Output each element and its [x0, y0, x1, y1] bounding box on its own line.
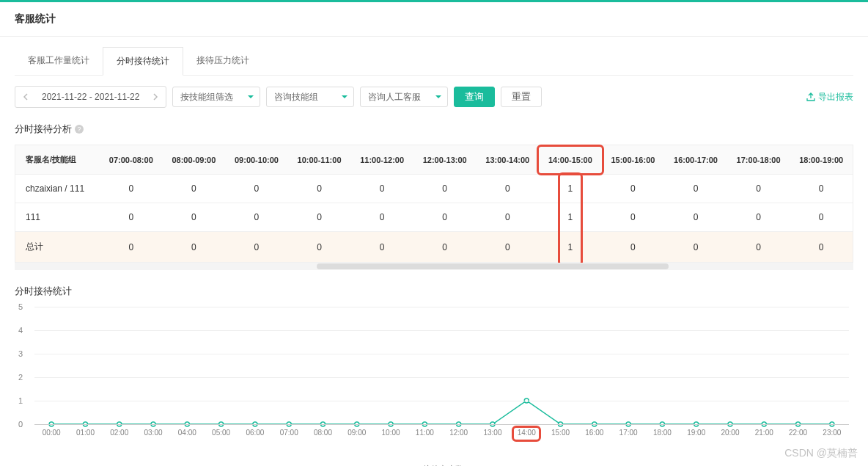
table-row: 111000000010000: [15, 203, 853, 232]
analysis-title: 分时接待分析 ?: [15, 123, 853, 136]
analysis-table: 客服名/技能组07:00-08:0008:00-09:0009:00-10:00…: [15, 145, 853, 263]
export-icon: [806, 92, 815, 101]
table-header: 08:00-09:00: [163, 145, 226, 175]
table-scrollbar[interactable]: [15, 263, 853, 270]
agent-select[interactable]: 咨询人工客服: [360, 87, 448, 107]
table-header: 13:00-14:00: [476, 145, 539, 175]
date-range-text: 2021-11-22 - 2021-11-22: [36, 87, 145, 107]
table-header: 12:00-13:00: [413, 145, 477, 175]
table-header: 14:00-15:00: [539, 145, 602, 175]
table-row: 总计000000010000: [15, 232, 853, 263]
reset-button[interactable]: 重置: [501, 87, 542, 107]
tab-2[interactable]: 接待压力统计: [183, 47, 262, 75]
chart-section: 分时接待统计 01234500:0001:0002:0003:0004:0005…: [15, 285, 853, 466]
table-header: 10:00-11:00: [288, 145, 351, 175]
tab-1[interactable]: 分时接待统计: [103, 47, 183, 76]
date-prev-button[interactable]: [15, 87, 36, 107]
date-next-button[interactable]: [145, 87, 166, 107]
table-header: 客服名/技能组: [15, 145, 100, 175]
info-icon[interactable]: ?: [75, 125, 84, 134]
chevron-left-icon: [23, 93, 29, 101]
page-title: 客服统计: [0, 2, 868, 37]
skill-filter-select[interactable]: 按技能组筛选: [172, 87, 260, 107]
table-row: chzaixian / 111000000010000: [15, 175, 853, 203]
table-header: 09:00-10:00: [225, 145, 288, 175]
skill-group-select[interactable]: 咨询技能组: [266, 87, 354, 107]
export-label: 导出报表: [818, 91, 853, 103]
table-header: 16:00-17:00: [664, 145, 727, 175]
line-chart: 01234500:0001:0002:0003:0004:0005:0006:0…: [34, 307, 849, 446]
chevron-right-icon: [152, 93, 158, 101]
date-range-picker[interactable]: 2021-11-22 - 2021-11-22: [15, 86, 166, 108]
table-header: 18:00-19:00: [790, 145, 853, 175]
table-header: 07:00-08:00: [100, 145, 163, 175]
tab-0[interactable]: 客服工作量统计: [15, 47, 103, 75]
tabs: 客服工作量统计分时接待统计接待压力统计: [15, 47, 853, 76]
stats-title: 分时接待统计: [15, 285, 853, 298]
query-button[interactable]: 查询: [454, 87, 495, 107]
table-header: 15:00-16:00: [602, 145, 665, 175]
table-header: 17:00-18:00: [727, 145, 790, 175]
export-button[interactable]: 导出报表: [806, 91, 853, 103]
filter-bar: 2021-11-22 - 2021-11-22 按技能组筛选 咨询技能组 咨询人…: [15, 76, 853, 118]
table-header: 11:00-12:00: [350, 145, 413, 175]
